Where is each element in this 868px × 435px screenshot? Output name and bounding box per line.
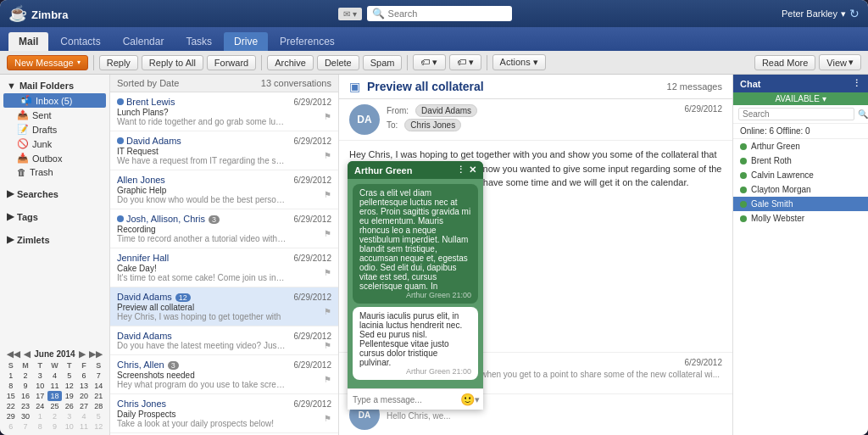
to-tag[interactable]: Chris Jones <box>404 119 461 131</box>
message-item-8[interactable]: Chris Jones 6/29/2012 Daily Prospects Ta… <box>110 394 338 433</box>
user-dropdown-arrow[interactable]: ▾ <box>841 8 846 20</box>
archive-button[interactable]: Archive <box>267 55 314 70</box>
cal-day-2-3[interactable]: 18 <box>47 391 62 401</box>
message-item-6[interactable]: David Adams 6/29/2012 Do you have the la… <box>110 326 338 355</box>
sidebar-item-outbox[interactable]: 📥 Outbox <box>0 151 109 165</box>
actions-button[interactable]: Actions ▾ <box>492 54 546 70</box>
cal-day-1-2[interactable]: 10 <box>33 381 47 391</box>
tab-calendar[interactable]: Calendar <box>113 32 175 51</box>
cal-day-0-6[interactable]: 7 <box>92 371 106 381</box>
cal-day-3-3[interactable]: 25 <box>47 401 62 411</box>
chat-user-2[interactable]: Calvin Lawrence <box>733 168 868 182</box>
tag-button[interactable]: 🏷 ▾ <box>413 54 445 70</box>
cal-day-1-1[interactable]: 9 <box>18 381 32 391</box>
tab-tasks[interactable]: Tasks <box>175 32 222 51</box>
cal-day-2-4[interactable]: 19 <box>62 391 76 401</box>
cal-day-3-0[interactable]: 22 <box>3 401 18 411</box>
zimlets-header[interactable]: ▶ Zimlets <box>0 231 109 248</box>
message-item-5[interactable]: David Adams12 6/29/2012 Preview all coll… <box>110 287 338 326</box>
cal-day-4-2[interactable]: 1 <box>33 411 47 421</box>
message-item-0[interactable]: Brent Lewis 6/29/2012 Lunch Plans? Want … <box>110 92 338 131</box>
sidebar-item-inbox[interactable]: 📬 Inbox (5) <box>3 93 106 108</box>
cal-day-1-0[interactable]: 8 <box>3 381 18 391</box>
spam-button[interactable]: Spam <box>363 55 403 70</box>
tab-mail[interactable]: Mail <box>8 32 48 51</box>
tab-contacts[interactable]: Contacts <box>50 32 110 51</box>
cal-day-0-2[interactable]: 3 <box>33 371 47 381</box>
delete-button[interactable]: Delete <box>317 55 359 70</box>
cal-day-4-0[interactable]: 29 <box>3 411 18 421</box>
cal-day-5-3[interactable]: 9 <box>47 421 62 432</box>
cal-next[interactable]: ▶ <box>79 349 86 359</box>
chat-panel-more-icon[interactable]: ⋮ <box>852 78 861 89</box>
cal-prev-prev[interactable]: ◀◀ <box>7 349 20 359</box>
searches-header[interactable]: ▶ Searches <box>0 186 109 202</box>
cal-day-3-4[interactable]: 26 <box>62 401 76 411</box>
chat-more-icon[interactable]: ⋮ <box>456 165 465 176</box>
from-tag[interactable]: David Adams <box>415 104 477 117</box>
cal-day-4-1[interactable]: 30 <box>18 411 32 421</box>
chat-send-icon[interactable]: ▾ <box>475 394 480 405</box>
chat-close-icon[interactable]: ✕ <box>469 165 476 176</box>
cal-day-5-1[interactable]: 7 <box>18 421 32 432</box>
chat-search-input[interactable] <box>738 108 854 120</box>
cal-day-4-6[interactable]: 5 <box>92 411 106 421</box>
cal-day-0-3[interactable]: 4 <box>47 371 62 381</box>
message-item-1[interactable]: David Adams 6/29/2012 IT Request We have… <box>110 131 338 170</box>
cal-day-5-6[interactable]: 12 <box>92 421 106 432</box>
cal-day-3-2[interactable]: 24 <box>33 401 47 411</box>
cal-day-0-1[interactable]: 2 <box>18 371 32 381</box>
sidebar-item-drafts[interactable]: 📝 Drafts <box>0 122 109 137</box>
cal-day-1-3[interactable]: 11 <box>47 381 62 391</box>
cal-day-3-6[interactable]: 28 <box>92 401 106 411</box>
reply-button[interactable]: Reply <box>99 55 138 70</box>
tags-header[interactable]: ▶ Tags <box>0 209 109 225</box>
message-item-7[interactable]: Chris, Allen3 6/29/2012 Screenshots need… <box>110 355 338 394</box>
cal-day-4-3[interactable]: 2 <box>47 411 62 421</box>
label-button[interactable]: 🏷 ▾ <box>449 54 481 70</box>
message-item-4[interactable]: Jennifer Hall 6/29/2012 Cake Day! It's t… <box>110 248 338 287</box>
chat-user-5[interactable]: Molly Webster <box>733 211 868 226</box>
cal-day-1-4[interactable]: 12 <box>62 381 76 391</box>
cal-day-0-5[interactable]: 6 <box>76 371 91 381</box>
cal-day-2-0[interactable]: 15 <box>3 391 18 401</box>
read-more-button[interactable]: Read More <box>754 55 815 70</box>
cal-next-next[interactable]: ▶▶ <box>89 349 103 359</box>
chat-user-4[interactable]: Gale Smith <box>733 197 868 211</box>
search-input[interactable] <box>388 8 507 19</box>
reply-all-button[interactable]: Reply to All <box>142 55 203 70</box>
cal-day-2-5[interactable]: 20 <box>76 391 91 401</box>
refresh-icon[interactable]: ↻ <box>849 7 860 20</box>
sidebar-item-junk[interactable]: 🚫 Junk <box>0 137 109 151</box>
view-button[interactable]: View ▾ <box>819 54 861 70</box>
cal-day-5-5[interactable]: 11 <box>76 421 91 432</box>
cal-day-1-5[interactable]: 13 <box>76 381 91 391</box>
cal-prev[interactable]: ◀ <box>24 349 31 359</box>
cal-day-5-4[interactable]: 10 <box>62 421 76 432</box>
sidebar-item-trash[interactable]: 🗑 Trash <box>0 165 109 179</box>
cal-day-5-0[interactable]: 6 <box>3 421 18 432</box>
new-message-button[interactable]: New Message ▾ <box>7 55 88 70</box>
tab-drive[interactable]: Drive <box>224 32 268 51</box>
message-item-2[interactable]: Allen Jones 6/29/2012 Graphic Help Do yo… <box>110 170 338 209</box>
cal-day-3-1[interactable]: 23 <box>18 401 32 411</box>
tab-preferences[interactable]: Preferences <box>270 32 345 51</box>
chat-emoji-icon[interactable]: 🙂 <box>460 393 475 406</box>
message-item-3[interactable]: Josh, Allison, Chris3 6/29/2012 Recordin… <box>110 209 338 248</box>
cal-day-2-6[interactable]: 21 <box>92 391 106 401</box>
chat-user-3[interactable]: Clayton Morgan <box>733 182 868 197</box>
cal-day-4-5[interactable]: 4 <box>76 411 91 421</box>
chat-user-0[interactable]: Arthur Green <box>733 139 868 153</box>
cal-day-2-2[interactable]: 17 <box>33 391 47 401</box>
cal-day-5-2[interactable]: 8 <box>33 421 47 432</box>
mail-folders-header[interactable]: ▼ Mail Folders <box>0 78 109 93</box>
chat-message-input[interactable] <box>353 395 460 404</box>
cal-day-0-0[interactable]: 1 <box>3 371 18 381</box>
mail-search-type[interactable]: ✉ ▾ <box>338 8 362 20</box>
forward-button[interactable]: Forward <box>207 55 256 70</box>
chat-user-1[interactable]: Brent Roth <box>733 153 868 168</box>
sidebar-item-sent[interactable]: 📤 Sent <box>0 108 109 122</box>
chat-status[interactable]: AVAILABLE ▾ <box>733 92 868 105</box>
cal-day-4-4[interactable]: 3 <box>62 411 76 421</box>
cal-day-0-4[interactable]: 5 <box>62 371 76 381</box>
